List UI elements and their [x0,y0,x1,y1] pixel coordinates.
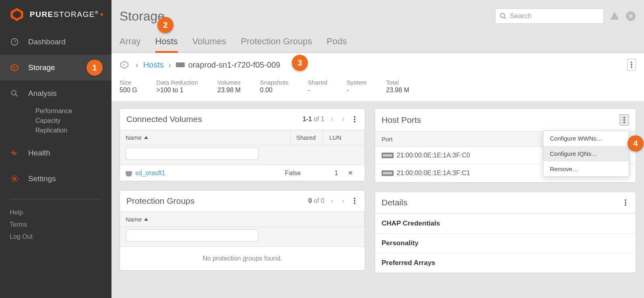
sidebar-item-health[interactable]: Health [0,140,111,166]
ctx-configure-iqns[interactable]: Configure IQNs… [543,146,629,161]
svg-point-18 [623,117,625,118]
array-icon[interactable] [120,60,129,70]
sort-asc-icon [144,218,148,221]
tab-hosts[interactable]: Hosts [155,32,178,52]
cell-shared: False [285,170,317,177]
tab-volumes[interactable]: Volumes [192,32,226,52]
svg-point-5 [13,178,16,180]
empty-message: No protection groups found. [120,247,365,270]
volume-link[interactable]: sd_orasft1 [126,170,285,177]
page-indicator: 0 of 0 [308,197,324,205]
svg-point-23 [625,204,626,206]
alert-icon[interactable] [609,11,620,21]
svg-point-4 [12,91,16,95]
row-remove[interactable]: ✕ [341,169,359,177]
panels-area: Connected Volumes 1-1 of 1 ‹ › Name Shar… [111,101,644,280]
sidebar-item-storage[interactable]: Storage 1 [0,55,111,81]
brand-logo: PURESTORAGE® [0,0,111,29]
panel-title: Protection Groups [126,196,194,206]
collapse-caret-icon[interactable] [101,12,103,17]
col-shared[interactable]: Shared [291,130,323,145]
port-value: 21:00:00:0E:1E:1A:3F:C0 [397,152,470,159]
next-page[interactable]: › [340,116,347,123]
pg-filter-input[interactable] [126,230,258,242]
sidebar: PURESTORAGE® Dashboard Storage 1 Analysi… [0,0,111,298]
sidebar-item-label: Health [28,149,50,157]
health-icon [10,148,19,158]
col-name[interactable]: Name [120,212,365,227]
tab-array[interactable]: Array [120,32,141,52]
volume-icon [126,171,132,175]
svg-point-9 [631,62,632,63]
host-ports-menu[interactable] [619,114,629,126]
stat-value: >100 to 1 [157,87,198,94]
sidebar-divider [10,199,102,199]
storage-icon [10,63,19,72]
svg-point-20 [623,122,625,123]
stat-value: 0.00 [260,87,289,94]
svg-point-12 [354,116,355,118]
sidebar-item-settings[interactable]: Settings [0,166,111,192]
col-name[interactable]: Name [120,130,291,145]
table-row: sd_orasft1 False 1 ✕ [120,165,365,181]
col-lun[interactable]: LUN [323,130,347,145]
gear-icon [10,174,19,184]
svg-point-14 [354,121,355,122]
stat-value: 23.98 M [386,87,409,94]
breadcrumb-hosts[interactable]: Hosts [143,60,164,70]
details-preferred-arrays[interactable]: Preferred Arrays [375,253,636,273]
host-ports-context-menu: Configure WWNs… Configure IQNs… Remove… [543,130,629,177]
search-input[interactable] [510,12,599,20]
svg-point-16 [354,200,355,202]
stat-label: Shared [308,79,327,86]
ctx-configure-wwns[interactable]: Configure WWNs… [543,131,629,146]
svg-point-11 [631,66,632,68]
analysis-icon [10,89,19,98]
search-icon [500,12,507,20]
next-page[interactable]: › [340,197,347,205]
prev-page[interactable]: ‹ [328,116,336,123]
footer-terms[interactable]: Terms [0,219,111,231]
svg-point-17 [354,203,355,204]
sidebar-item-dashboard[interactable]: Dashboard [0,29,111,55]
host-icon [176,62,185,67]
details-chap[interactable]: CHAP Credentials [375,213,636,233]
footer-help[interactable]: Help [0,207,111,219]
breadcrumb: › Hosts › oraprod-sn1-r720-f05-009 3 [111,53,644,77]
stat-value: - [308,87,327,94]
stat-label: Snapshots [260,79,289,86]
sort-asc-icon [144,136,148,139]
panel-title: Host Ports [382,115,421,125]
breadcrumb-menu[interactable] [627,59,636,71]
breadcrumb-current: oraprod-sn1-r720-f05-009 [188,60,280,70]
panel-title: Connected Volumes [126,114,202,124]
svg-point-6 [500,13,505,18]
close-icon[interactable] [625,11,636,21]
sidebar-item-analysis[interactable]: Analysis [0,81,111,106]
details-personality[interactable]: Personality [375,233,636,253]
tab-pods[interactable]: Pods [327,32,347,52]
tab-protection-groups[interactable]: Protection Groups [241,32,312,52]
svg-point-15 [354,198,355,199]
sidebar-sub-replication[interactable]: Replication [0,126,111,135]
sidebar-item-label: Dashboard [28,37,66,46]
search-box[interactable] [495,8,604,24]
panel-menu[interactable] [351,114,358,124]
port-value: 21:00:00:0E:1E:1A:3F:C1 [397,170,470,177]
panel-menu[interactable] [622,198,629,207]
panel-title: Details [382,198,407,207]
sidebar-sub-capacity[interactable]: Capacity [0,116,111,126]
tabs: Array Hosts Volumes Protection Groups Po… [111,29,644,53]
svg-point-13 [354,118,355,120]
details-panel: Details CHAP Credentials Personality Pre… [375,192,636,273]
ctx-remove[interactable]: Remove… [543,161,629,176]
footer-logout[interactable]: Log Out [0,231,111,243]
stats-bar: Size500 G Data Reduction>100 to 1 Volume… [111,77,644,101]
topbar: Storage 2 [111,0,644,29]
sidebar-sub-performance[interactable]: Performance [0,106,111,116]
panel-menu[interactable] [351,196,358,206]
prev-page[interactable]: ‹ [328,197,336,205]
stat-label: System [347,79,367,86]
svg-point-19 [623,119,625,121]
volume-filter-input[interactable] [126,148,258,160]
